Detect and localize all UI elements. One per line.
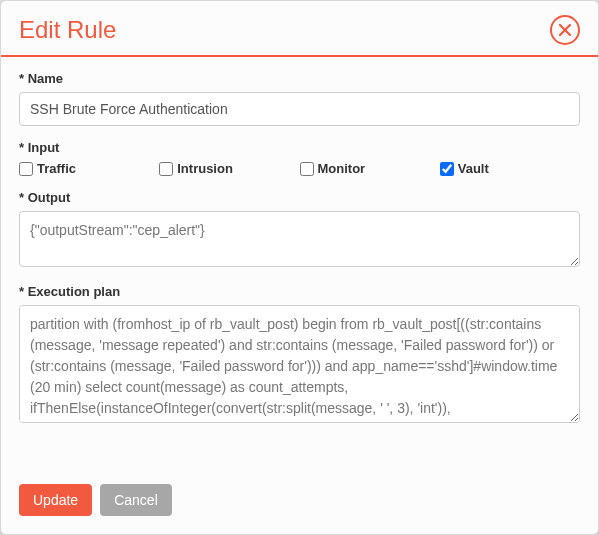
update-button[interactable]: Update xyxy=(19,484,92,516)
checkbox-monitor[interactable]: Monitor xyxy=(300,161,440,176)
checkbox-traffic-input[interactable] xyxy=(19,162,33,176)
checkbox-vault-input[interactable] xyxy=(440,162,454,176)
name-group: * Name xyxy=(19,71,580,126)
exec-group: * Execution plan xyxy=(19,284,580,426)
exec-label: * Execution plan xyxy=(19,284,580,299)
input-label: * Input xyxy=(19,140,580,155)
checkbox-monitor-input[interactable] xyxy=(300,162,314,176)
name-label: * Name xyxy=(19,71,580,86)
output-textarea[interactable] xyxy=(19,211,580,267)
cancel-button[interactable]: Cancel xyxy=(100,484,172,516)
edit-rule-modal: Edit Rule * Name * Input Traffic xyxy=(0,0,599,535)
checkbox-vault-label: Vault xyxy=(458,161,489,176)
name-input[interactable] xyxy=(19,92,580,126)
checkbox-intrusion[interactable]: Intrusion xyxy=(159,161,299,176)
modal-title: Edit Rule xyxy=(19,16,116,44)
output-group: * Output xyxy=(19,190,580,270)
checkbox-intrusion-input[interactable] xyxy=(159,162,173,176)
checkbox-traffic[interactable]: Traffic xyxy=(19,161,159,176)
exec-textarea[interactable] xyxy=(19,305,580,423)
input-group: * Input Traffic Intrusion Monitor Vault xyxy=(19,140,580,176)
close-icon xyxy=(559,24,571,36)
modal-footer: Update Cancel xyxy=(1,472,598,534)
modal-header: Edit Rule xyxy=(1,1,598,57)
checkbox-intrusion-label: Intrusion xyxy=(177,161,233,176)
checkbox-traffic-label: Traffic xyxy=(37,161,76,176)
modal-body: * Name * Input Traffic Intrusion Monitor xyxy=(1,57,598,472)
input-checkbox-row: Traffic Intrusion Monitor Vault xyxy=(19,161,580,176)
checkbox-monitor-label: Monitor xyxy=(318,161,366,176)
close-button[interactable] xyxy=(550,15,580,45)
checkbox-vault[interactable]: Vault xyxy=(440,161,580,176)
output-label: * Output xyxy=(19,190,580,205)
